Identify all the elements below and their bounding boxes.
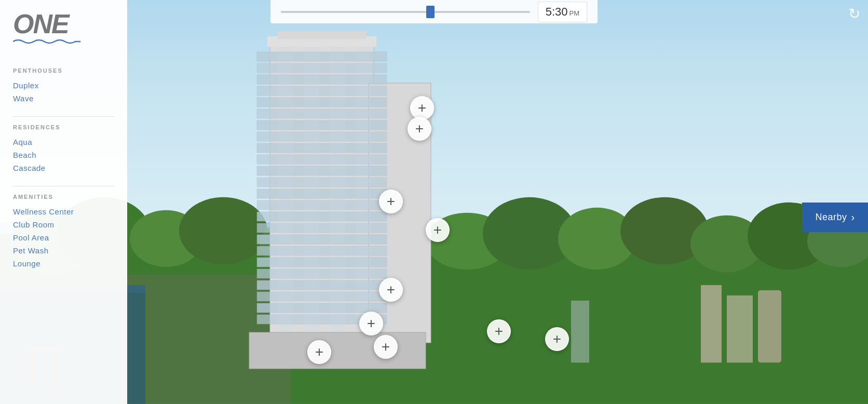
hotspot-7-icon: + xyxy=(495,323,503,340)
hotspot-5-icon: + xyxy=(387,281,395,298)
hotspot-4[interactable]: + xyxy=(426,218,450,242)
slider-thumb[interactable] xyxy=(426,6,435,18)
svg-rect-21 xyxy=(701,285,722,362)
nav-item-petwash[interactable]: Pet Wash xyxy=(13,244,114,257)
nav-category-amenities: AMENITIES xyxy=(13,194,114,200)
nearby-button[interactable]: Nearby › xyxy=(802,203,868,232)
hotspot-1[interactable]: + xyxy=(410,96,434,120)
hotspot-2[interactable]: + xyxy=(408,117,431,141)
nearby-arrow-icon: › xyxy=(851,211,855,223)
hotspot-5[interactable]: + xyxy=(379,278,403,302)
nav-category-residences: RESIDENCES xyxy=(13,124,114,130)
nav-item-pool[interactable]: Pool Area xyxy=(13,231,114,244)
hotspot-2-icon: + xyxy=(415,120,424,137)
nav-category-penthouses: PENTHOUSES xyxy=(13,68,114,74)
nav-item-aqua[interactable]: Aqua xyxy=(13,136,114,149)
time-bar: 5:30PM xyxy=(270,0,598,23)
hotspot-1-icon: + xyxy=(418,100,426,116)
hotspot-6-icon: + xyxy=(367,315,375,332)
hotspot-10-icon: + xyxy=(315,344,323,360)
logo-text: ONE xyxy=(13,10,114,37)
hotspot-3[interactable]: + xyxy=(379,190,403,213)
time-display: 5:30PM xyxy=(538,2,587,22)
slider-fill xyxy=(281,11,430,13)
logo-area: ONE xyxy=(13,10,114,55)
time-value: 5:30 xyxy=(546,5,568,18)
svg-rect-24 xyxy=(571,301,589,362)
hotspot-6[interactable]: + xyxy=(359,312,383,335)
svg-rect-22 xyxy=(727,295,753,362)
building xyxy=(228,31,478,374)
hotspot-7[interactable]: + xyxy=(487,319,511,343)
svg-rect-53 xyxy=(330,44,345,345)
nav-item-cascade[interactable]: Cascade xyxy=(13,161,114,174)
hotspot-8[interactable]: + xyxy=(545,327,569,351)
svg-rect-57 xyxy=(278,31,366,39)
sidebar: ONE PENTHOUSES Duplex Wave RESIDENCES Aq… xyxy=(0,0,127,404)
nav-item-lounge[interactable]: Lounge xyxy=(13,257,114,270)
divider-2 xyxy=(13,186,114,186)
logo-wave-icon xyxy=(13,38,80,45)
nav-section-penthouses: PENTHOUSES Duplex Wave xyxy=(13,68,114,105)
nav-item-clubroom[interactable]: Club Room xyxy=(13,218,114,231)
hotspot-4-icon: + xyxy=(433,222,442,238)
hotspot-9[interactable]: + xyxy=(374,335,398,359)
hotspot-10[interactable]: + xyxy=(307,340,331,364)
svg-rect-51 xyxy=(278,44,293,345)
refresh-icon[interactable]: ↻ xyxy=(848,5,860,22)
svg-rect-55 xyxy=(249,332,426,369)
divider-1 xyxy=(13,116,114,117)
time-ampm: PM xyxy=(569,9,580,17)
svg-rect-23 xyxy=(758,290,781,362)
nav-item-wave[interactable]: Wave xyxy=(13,92,114,105)
hotspot-8-icon: + xyxy=(553,331,561,347)
svg-rect-54 xyxy=(356,44,371,345)
nearby-label: Nearby xyxy=(815,212,847,223)
hotspot-3-icon: + xyxy=(387,193,395,210)
nav-item-wellness[interactable]: Wellness Center xyxy=(13,205,114,218)
nav-item-beach[interactable]: Beach xyxy=(13,149,114,161)
nav-section-residences: RESIDENCES Aqua Beach Cascade xyxy=(13,124,114,174)
nav-section-amenities: AMENITIES Wellness Center Club Room Pool… xyxy=(13,194,114,270)
hotspot-9-icon: + xyxy=(382,339,390,355)
time-slider-track[interactable] xyxy=(281,11,530,13)
nav-item-duplex[interactable]: Duplex xyxy=(13,79,114,92)
svg-rect-52 xyxy=(304,44,319,345)
